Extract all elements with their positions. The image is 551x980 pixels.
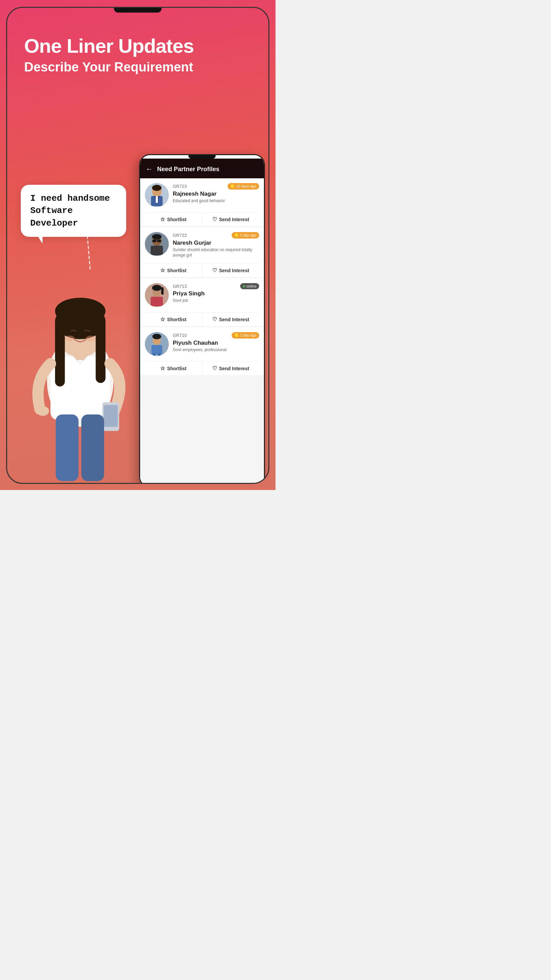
profile-top-1: GR723 🟡 10 days ago Rajneesh Nagar Educa…	[145, 183, 259, 210]
headline-subtitle: Describe Your Requirement	[24, 60, 251, 75]
phone-notch	[114, 8, 162, 13]
profile-info-3: GR713 online Priya Singh Govt job	[173, 283, 259, 304]
send-interest-button-1[interactable]: ♡ Send Interest	[202, 213, 259, 226]
profile-id-1: GR723	[173, 184, 187, 189]
send-interest-button-3[interactable]: ♡ Send Interest	[202, 313, 259, 326]
svg-rect-32	[161, 287, 164, 295]
svg-rect-12	[104, 405, 118, 427]
profile-top-2: GR722 🟡 1 day ago Naresh Gurjar Sunder s…	[145, 232, 259, 261]
shortlist-label-1: Shortlist	[167, 217, 186, 222]
svg-rect-30	[151, 297, 163, 306]
send-interest-button-2[interactable]: ♡ Send Interest	[202, 264, 259, 277]
profile-name-1: Rajneesh Nagar	[173, 191, 259, 197]
profile-actions-2: ☆ Shortlist ♡ Send Interest	[145, 263, 259, 277]
profile-top-3: GR713 online Priya Singh Govt job	[145, 283, 259, 310]
back-arrow-icon[interactable]: ←	[146, 165, 153, 173]
speech-bubble: I need handsomeSoftware Developer	[21, 185, 126, 237]
shortlist-button-1[interactable]: ☆ Shortlist	[145, 213, 202, 226]
svg-point-27	[152, 234, 162, 240]
profile-card: GR723 🟡 10 days ago Rajneesh Nagar Educa…	[140, 178, 264, 226]
star-icon-1: ☆	[160, 216, 165, 223]
heart-icon-1: ♡	[212, 216, 217, 223]
shortlist-button-4[interactable]: ☆ Shortlist	[145, 362, 202, 375]
star-icon-2: ☆	[160, 267, 165, 274]
svg-point-15	[37, 406, 49, 416]
profile-badge-4: 🟡 1 day ago	[232, 332, 259, 339]
send-interest-label-4: Send Interest	[219, 366, 249, 371]
profile-id-row-3: GR713 online	[173, 283, 259, 289]
heart-icon-4: ♡	[212, 365, 217, 372]
profile-id-4: GR710	[173, 333, 187, 338]
heart-icon-3: ♡	[212, 316, 217, 323]
send-interest-button-4[interactable]: ♡ Send Interest	[202, 362, 259, 375]
svg-rect-35	[151, 345, 162, 355]
profile-actions-4: ☆ Shortlist ♡ Send Interest	[145, 361, 259, 375]
shortlist-button-3[interactable]: ☆ Shortlist	[145, 313, 202, 326]
svg-rect-24	[152, 240, 156, 242]
avatar-1[interactable]	[145, 183, 169, 207]
profile-desc-3: Govt job	[173, 298, 259, 304]
shortlist-label-2: Shortlist	[167, 268, 186, 273]
star-icon-4: ☆	[160, 365, 165, 372]
phone-outer-frame: One Liner Updates Describe Your Requirem…	[6, 7, 269, 484]
svg-point-8	[55, 298, 105, 324]
headline-title: One Liner Updates	[24, 35, 251, 57]
profile-card-4: GR710 🟡 1 day ago Piyush Chauhan Govt em…	[140, 327, 264, 375]
profile-id-2: GR722	[173, 233, 187, 238]
profile-desc-2: Sunder shushil education no required tot…	[173, 247, 259, 258]
send-interest-label-1: Send Interest	[219, 217, 249, 222]
profile-badge-1: 🟡 10 days ago	[227, 183, 259, 189]
profiles-list: GR723 🟡 10 days ago Rajneesh Nagar Educa…	[140, 178, 264, 484]
profile-badge-2: 🟡 1 day ago	[232, 232, 259, 239]
shortlist-label-3: Shortlist	[167, 317, 186, 322]
woman-figure	[7, 251, 153, 483]
profile-actions-1: ☆ Shortlist ♡ Send Interest	[145, 212, 259, 226]
heart-icon-2: ♡	[212, 267, 217, 274]
profile-desc-4: Govt employees, professional	[173, 347, 259, 353]
profile-name-3: Priya Singh	[173, 290, 259, 297]
avatar-4[interactable]	[145, 332, 169, 356]
profile-info-2: GR722 🟡 1 day ago Naresh Gurjar Sunder s…	[173, 232, 259, 258]
profile-top-4: GR710 🟡 1 day ago Piyush Chauhan Govt em…	[145, 332, 259, 360]
inner-phone-notch	[189, 155, 216, 159]
profile-actions-3: ☆ Shortlist ♡ Send Interest	[145, 312, 259, 326]
profile-badge-3: online	[240, 283, 259, 289]
profile-id-row-1: GR723 🟡 10 days ago	[173, 183, 259, 189]
profile-id-row-2: GR722 🟡 1 day ago	[173, 232, 259, 239]
speech-text: I need handsomeSoftware Developer	[30, 192, 117, 229]
send-interest-label-3: Send Interest	[219, 317, 249, 322]
shortlist-button-2[interactable]: ☆ Shortlist	[145, 264, 202, 277]
inner-phone: ← Need Partner Profiles	[139, 154, 265, 484]
star-icon-3: ☆	[160, 316, 165, 323]
headline-section: One Liner Updates Describe Your Requirem…	[24, 35, 251, 75]
profile-desc-1: Educated and good behavior	[173, 198, 259, 204]
svg-point-10	[86, 336, 95, 341]
svg-rect-23	[151, 246, 163, 255]
svg-point-36	[152, 334, 161, 339]
svg-rect-6	[55, 317, 65, 387]
app-header-title: Need Partner Profiles	[157, 166, 219, 173]
svg-rect-25	[157, 240, 161, 242]
svg-point-31	[152, 285, 162, 291]
send-interest-label-2: Send Interest	[219, 268, 249, 273]
profile-card-2: GR722 🟡 1 day ago Naresh Gurjar Sunder s…	[140, 227, 264, 277]
avatar-3[interactable]	[145, 283, 169, 307]
app-header: ← Need Partner Profiles	[140, 159, 264, 178]
profile-info-1: GR723 🟡 10 days ago Rajneesh Nagar Educa…	[173, 183, 259, 204]
main-container: One Liner Updates Describe Your Requirem…	[0, 0, 275, 490]
svg-rect-7	[95, 317, 105, 383]
svg-point-20	[152, 185, 162, 191]
profile-id-3: GR713	[173, 284, 187, 289]
profile-card-3: GR713 online Priya Singh Govt job ☆ Shor…	[140, 278, 264, 326]
shortlist-label-4: Shortlist	[167, 366, 186, 371]
svg-point-9	[65, 336, 75, 341]
avatar-2[interactable]	[145, 232, 169, 256]
svg-line-38	[159, 355, 160, 356]
profile-id-row-4: GR710 🟡 1 day ago	[173, 332, 259, 339]
profile-name-4: Piyush Chauhan	[173, 340, 259, 347]
svg-rect-13	[56, 414, 79, 481]
profile-name-2: Naresh Gurjar	[173, 240, 259, 247]
svg-line-37	[153, 355, 154, 356]
svg-rect-19	[156, 196, 158, 203]
profile-info-4: GR710 🟡 1 day ago Piyush Chauhan Govt em…	[173, 332, 259, 353]
